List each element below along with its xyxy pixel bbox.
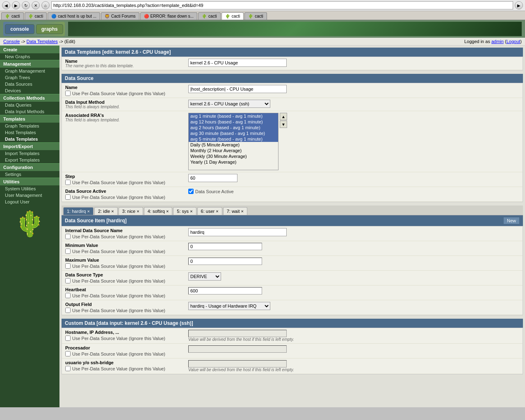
rra-item-7[interactable]: Monthly (2 Hour Average)	[189, 148, 278, 153]
ds-tab-1[interactable]: 1: hardirq ×	[63, 207, 94, 215]
ds-active-value-checkbox[interactable]	[188, 189, 194, 194]
data-source-header: Data Source	[62, 74, 523, 83]
ds-step-checkbox[interactable]	[65, 180, 71, 185]
refresh-btn[interactable]: ↻	[22, 1, 30, 9]
sidebar-item-graph-trees[interactable]: Graph Trees	[0, 74, 59, 81]
usuario-checkbox[interactable]	[65, 366, 71, 371]
breadcrumb-data-templates[interactable]: Data Templates	[27, 39, 58, 44]
sidebar-item-data-queries[interactable]: Data Queries	[0, 102, 59, 108]
ds-item-header: Data Source Item [hardirq] New	[62, 215, 523, 226]
heartbeat-input[interactable]	[188, 287, 262, 294]
min-input[interactable]	[188, 243, 262, 250]
max-input[interactable]	[188, 258, 262, 265]
ds-name-row: Name Use Per-Data Source Value (Ignore t…	[62, 83, 523, 98]
rra-scroll-down[interactable]: ▼	[280, 121, 287, 128]
rra-item-2[interactable]: avg 12 hours (based - avg 1 minute)	[189, 119, 278, 125]
min-checkbox[interactable]	[65, 249, 71, 254]
browser-tab-3[interactable]: 🔵cacti host is up but ...	[48, 12, 100, 20]
ds-tab-5[interactable]: 5: sys ×	[173, 207, 196, 215]
browser-tab-4[interactable]: 🦁Cacti Forums	[101, 12, 139, 20]
sidebar-item-system-utilities[interactable]: System Utilities	[0, 185, 59, 192]
ds-name-input[interactable]	[188, 85, 287, 93]
logout-link[interactable]: Logout	[507, 39, 520, 44]
ds-tab-2[interactable]: 2: idle ×	[94, 207, 118, 215]
usuario-label: usuario y/o ssh-bridge	[65, 360, 188, 365]
browser-tab-6[interactable]: 🌵cacti	[198, 12, 221, 20]
sidebar-item-graph-templates[interactable]: Graph Templates	[0, 123, 59, 129]
ds-active-value-label: Data Source Active	[195, 189, 234, 194]
ds-input-label: Data Input Method	[65, 100, 188, 105]
browser-tab-2[interactable]: 🌵cacti	[25, 12, 47, 20]
sidebar-item-host-templates[interactable]: Host Templates	[0, 129, 59, 136]
sidebar-item-new-graphs[interactable]: New Graphs	[0, 53, 59, 60]
ds-tab-7[interactable]: 7: wait ×	[223, 207, 247, 215]
browser-tab-8[interactable]: 🌵cacti	[244, 12, 267, 20]
min-checkbox-label: Use Per-Data Source Value (Ignore this V…	[72, 249, 165, 254]
ds-tab-6[interactable]: 6: user ×	[197, 207, 222, 215]
rra-item-4[interactable]: avg 30 minute (based - avg 1 minute)	[189, 130, 278, 136]
url-input[interactable]	[51, 1, 513, 9]
sidebar-section-import-export: Import/Export	[0, 142, 59, 150]
sidebar-item-data-input-methods[interactable]: Data Input Methods	[0, 108, 59, 115]
ds-name-checkbox[interactable]	[65, 91, 71, 96]
hostname-checkbox[interactable]	[65, 336, 71, 341]
back-btn[interactable]: ◀	[2, 1, 10, 9]
sidebar-item-data-sources[interactable]: Data Sources	[0, 81, 59, 87]
ds-name-label: Name	[65, 85, 188, 90]
rra-item-6[interactable]: Daily (5 Minute Average)	[189, 142, 278, 148]
sidebar-item-user-management[interactable]: User Management	[0, 192, 59, 199]
sidebar-item-settings[interactable]: Settings	[0, 171, 59, 178]
ds-input-method-select[interactable]: kernel 2.6 - CPU Usage (ssh)	[188, 100, 270, 108]
ds-type-select[interactable]: DERIVE GAUGE COUNTER ABSOLUTE	[188, 272, 221, 281]
heartbeat-checkbox[interactable]	[65, 293, 71, 298]
hostname-input[interactable]	[188, 330, 287, 337]
rra-listbox[interactable]: avg 1 minute (based - avg 1 minute) avg …	[188, 113, 278, 170]
rra-scroll-up[interactable]: ▲	[280, 113, 287, 120]
rra-item-9[interactable]: Yearly (1 Day Average)	[189, 159, 278, 165]
new-ds-item-button[interactable]: New	[503, 217, 520, 224]
admin-link[interactable]: admin	[491, 39, 504, 44]
browser-chrome: ◀ ▶ ↻ ✕ ⌂ ▶ 🌵cacti 🌵cacti 🔵cacti host is…	[0, 0, 525, 20]
rra-item-1[interactable]: avg 1 minute (based - avg 1 minute)	[189, 113, 278, 119]
app-topbar: console graphs	[0, 20, 525, 38]
address-bar: ◀ ▶ ↻ ✕ ⌂ ▶	[0, 0, 525, 11]
min-value-row: Minimum Value Use Per-Data Source Value …	[62, 241, 523, 256]
procesador-input[interactable]	[188, 345, 287, 353]
ds-step-input[interactable]	[188, 174, 237, 182]
ds-type-checkbox-label: Use Per-Data Source Value (Ignore this V…	[72, 278, 165, 283]
rra-item-5[interactable]: avg 5 minute (based - avg 1 minute)	[189, 136, 278, 142]
output-field-select[interactable]: hardirq - Usage of Hardware IRQ	[188, 302, 270, 310]
internal-name-input[interactable]	[188, 228, 287, 236]
forward-btn[interactable]: ▶	[12, 1, 20, 9]
browser-tab-1[interactable]: 🌵cacti	[1, 12, 24, 20]
sidebar-item-import-templates[interactable]: Import Templates	[0, 150, 59, 157]
rra-item-8[interactable]: Weekly (30 Minute Average)	[189, 153, 278, 159]
internal-name-checkbox[interactable]	[65, 234, 71, 239]
max-label: Maximum Value	[65, 258, 188, 262]
sidebar-item-data-templates[interactable]: Data Templates	[0, 136, 59, 142]
sidebar-item-export-templates[interactable]: Export Templates	[0, 157, 59, 163]
browser-tab-5[interactable]: 🔴ERROR: flase down s...	[140, 12, 198, 20]
sidebar-item-logout-user[interactable]: Logout User	[0, 199, 59, 205]
ds-type-checkbox[interactable]	[65, 278, 71, 283]
breadcrumb-console[interactable]: Console	[3, 39, 20, 44]
output-checkbox[interactable]	[65, 308, 71, 313]
ds-active-checkbox-label: Use Per-Data Source Value (Ignore this V…	[72, 195, 165, 200]
go-btn[interactable]: ▶	[515, 1, 523, 9]
ds-active-checkbox[interactable]	[65, 194, 71, 200]
sidebar-item-graph-management[interactable]: Graph Management	[0, 68, 59, 74]
ds-tab-3[interactable]: 3: nice ×	[119, 207, 143, 215]
console-tab[interactable]: console	[5, 24, 34, 34]
ds-tab-4[interactable]: 4: softirq ×	[144, 207, 173, 215]
home-btn[interactable]: ⌂	[41, 1, 50, 9]
rra-item-3[interactable]: avg 2 hours (based - avg 1 minute)	[189, 125, 278, 130]
stop-btn[interactable]: ✕	[32, 1, 40, 9]
usuario-input[interactable]	[188, 360, 287, 368]
template-name-input[interactable]	[188, 59, 287, 67]
procesador-checkbox[interactable]	[65, 351, 71, 356]
max-checkbox[interactable]	[65, 263, 71, 269]
sidebar-item-devices[interactable]: Devices	[0, 87, 59, 94]
browser-tab-7[interactable]: 🌵cacti	[221, 12, 244, 20]
graphs-tab[interactable]: graphs	[36, 24, 63, 34]
sidebar-section-templates: Templates	[0, 115, 59, 123]
